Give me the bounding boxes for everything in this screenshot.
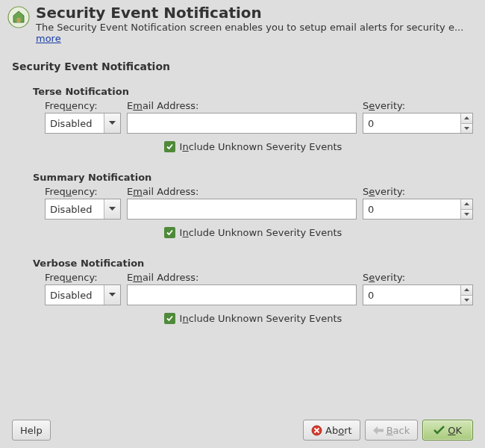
- label-frequency: Frequency:: [45, 100, 127, 111]
- label-email: Email Address:: [127, 272, 363, 283]
- verbose-include-label: Include Unknown Severity Events: [180, 313, 342, 324]
- verbose-severity-spinner[interactable]: 0: [363, 284, 473, 305]
- verbose-include-checkbox[interactable]: [164, 313, 175, 324]
- chevron-down-icon: [104, 285, 120, 305]
- page-description: The Security Event Notification screen e…: [36, 22, 478, 44]
- svg-rect-1: [17, 18, 21, 22]
- summary-email-input[interactable]: [127, 199, 357, 220]
- group-terse: Terse Notification Frequency: Email Addr…: [33, 86, 473, 152]
- spinner-up-icon[interactable]: [461, 285, 472, 296]
- group-verbose-title: Verbose Notification: [33, 258, 473, 269]
- help-button[interactable]: Help: [12, 420, 51, 441]
- spinner-down-icon[interactable]: [461, 124, 472, 134]
- group-summary-title: Summary Notification: [33, 172, 473, 183]
- check-icon: [434, 426, 445, 435]
- label-severity: Severity:: [363, 272, 473, 283]
- arrow-left-icon: [373, 426, 384, 435]
- more-link[interactable]: more: [36, 33, 61, 44]
- chevron-down-icon: [104, 113, 120, 133]
- label-frequency: Frequency:: [45, 186, 127, 197]
- group-summary: Summary Notification Frequency: Email Ad…: [33, 172, 473, 238]
- label-severity: Severity:: [363, 100, 473, 111]
- ok-button[interactable]: OK: [422, 420, 473, 441]
- terse-severity-spinner[interactable]: 0: [363, 113, 473, 134]
- label-email: Email Address:: [127, 100, 363, 111]
- summary-severity-spinner[interactable]: 0: [363, 199, 473, 220]
- verbose-frequency-dropdown[interactable]: Disabled: [45, 284, 121, 305]
- terse-include-label: Include Unknown Severity Events: [180, 141, 342, 152]
- terse-include-checkbox[interactable]: [164, 141, 175, 152]
- label-email: Email Address:: [127, 186, 363, 197]
- spinner-up-icon[interactable]: [461, 199, 472, 210]
- section-title: Security Event Notification: [12, 60, 473, 72]
- spinner-down-icon[interactable]: [461, 296, 472, 305]
- group-terse-title: Terse Notification: [33, 86, 473, 97]
- page-title: Security Event Notification: [36, 4, 478, 21]
- chevron-down-icon: [104, 199, 120, 219]
- abort-button[interactable]: Abort: [303, 420, 360, 441]
- back-button: Back: [365, 420, 419, 441]
- cancel-icon: [311, 425, 322, 436]
- label-frequency: Frequency:: [45, 272, 127, 283]
- verbose-email-input[interactable]: [127, 284, 357, 305]
- terse-frequency-dropdown[interactable]: Disabled: [45, 113, 121, 134]
- summary-include-checkbox[interactable]: [164, 227, 175, 238]
- terse-email-input[interactable]: [127, 113, 357, 134]
- summary-frequency-dropdown[interactable]: Disabled: [45, 199, 121, 220]
- spinner-down-icon[interactable]: [461, 210, 472, 220]
- spinner-up-icon[interactable]: [461, 113, 472, 124]
- app-icon: [7, 6, 30, 28]
- summary-include-label: Include Unknown Severity Events: [180, 227, 342, 238]
- label-severity: Severity:: [363, 186, 473, 197]
- group-verbose: Verbose Notification Frequency: Email Ad…: [33, 258, 473, 324]
